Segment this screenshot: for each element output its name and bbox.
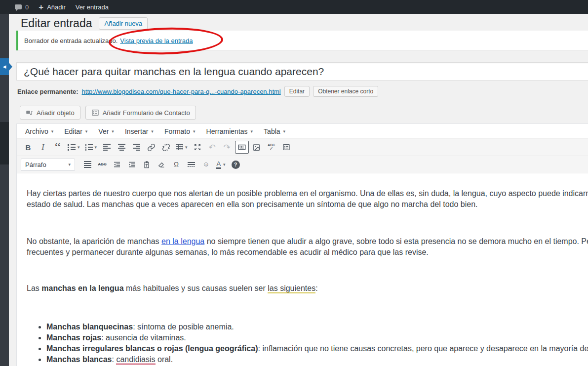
menu-herramientas[interactable]: Herramientas▾ — [201, 127, 259, 135]
paste-text-button[interactable] — [140, 158, 154, 171]
menu-insertar[interactable]: Insertar▾ — [119, 127, 159, 135]
editor-toolbar-2: Párrafo▾ABCΩ☺A▾? — [17, 156, 588, 173]
align-left-button[interactable] — [100, 141, 114, 154]
preview-post-link[interactable]: Vista previa de la entrada — [120, 37, 193, 44]
menu-ver[interactable]: Ver▾ — [93, 127, 119, 135]
outdent-icon — [113, 161, 121, 168]
add-media-button[interactable]: Añadir objeto — [20, 106, 80, 120]
read-more-button[interactable] — [184, 158, 198, 171]
fullscreen-button[interactable] — [191, 141, 204, 154]
get-shortlink-button[interactable]: Obtener enlace corto — [313, 86, 378, 97]
bold-icon: B — [26, 144, 31, 151]
contact-form-icon — [91, 109, 99, 117]
spellcheck-icon: ABC — [268, 143, 275, 151]
content-link-candidiasis[interactable]: candidiasis — [116, 355, 155, 365]
justify-button[interactable] — [80, 158, 94, 171]
text-color-icon: A — [216, 161, 221, 169]
notice-message: Borrador de entrada actualizado. — [24, 37, 118, 44]
view-post-adminbar-item[interactable]: Ver entrada — [76, 3, 109, 11]
contact-form-button[interactable] — [279, 141, 293, 154]
menu-tabla[interactable]: Tabla▾ — [258, 127, 291, 135]
chevron-down-icon: ▾ — [78, 145, 80, 150]
edit-post-screen: Editar entrada Añadir nueva Borrador de … — [9, 14, 588, 366]
chevron-down-icon: ▾ — [68, 162, 71, 167]
post-title-input[interactable] — [16, 62, 588, 81]
table-button[interactable]: ▾ — [174, 141, 190, 154]
editor-toolbar-1: BI“▾▾▾↶↷ABC — [17, 139, 588, 156]
outdent-button[interactable] — [110, 158, 124, 171]
permalink-url[interactable]: http://www.blogodisea.com/que-hacer-para… — [82, 88, 281, 95]
align-left-icon — [103, 144, 111, 151]
new-content-adminbar-item[interactable]: + Añadir — [39, 3, 66, 11]
text-color-button[interactable]: A▾ — [214, 158, 228, 171]
help-icon: ? — [232, 161, 240, 169]
link-button[interactable] — [144, 141, 158, 154]
list-item: Manchas irregulares blancas o rojas (len… — [46, 343, 588, 354]
align-center-button[interactable] — [115, 141, 128, 154]
indent-button[interactable] — [125, 158, 139, 171]
special-char-icon: Ω — [174, 161, 179, 167]
editor-content[interactable]: Hay ciertas partes de nuestro cuerpo que… — [17, 173, 588, 366]
content-link-las-siguientes[interactable]: las siguientes — [268, 284, 315, 293]
edit-permalink-button[interactable]: Editar — [284, 86, 310, 97]
menu-formato[interactable]: Formato▾ — [159, 127, 201, 135]
page-title: Editar entrada — [21, 17, 92, 30]
menu-archivo[interactable]: Archivo▾ — [20, 127, 59, 135]
sidebar-dark-section — [0, 122, 9, 164]
numbered-list-button[interactable]: ▾ — [83, 141, 99, 154]
collapse-menu-button[interactable]: ◀ — [0, 58, 9, 75]
contact-form-icon — [282, 143, 290, 151]
comments-adminbar-item[interactable]: 0 — [15, 3, 29, 11]
add-contact-form-button[interactable]: Añadir Formulario de Contacto — [85, 106, 196, 120]
strikethrough-icon: ABC — [98, 163, 106, 166]
help-button[interactable]: ? — [229, 158, 242, 171]
chevron-down-icon: ▾ — [251, 129, 253, 134]
toolbar-toggle-button[interactable] — [235, 141, 249, 154]
justify-icon — [84, 161, 91, 168]
comment-icon — [15, 4, 22, 9]
add-new-button[interactable]: Añadir nueva — [99, 17, 148, 30]
list-item: Manchas blancas: candidiasis oral. — [46, 354, 588, 365]
align-right-icon — [133, 144, 140, 151]
unlink-button[interactable] — [159, 141, 173, 154]
editor-menubar: Archivo▾Editar▾Ver▾Insertar▾Formato▾Herr… — [17, 124, 588, 139]
italic-icon: I — [41, 143, 44, 151]
image-icon — [252, 143, 261, 152]
plus-icon: + — [39, 3, 43, 11]
remove-format-button[interactable] — [155, 158, 168, 171]
chevron-down-icon: ▾ — [193, 129, 196, 134]
read-more-icon — [188, 162, 195, 167]
chevron-down-icon: ▾ — [185, 145, 188, 150]
strikethrough-button[interactable]: ABC — [95, 158, 109, 171]
bold-button[interactable]: B — [21, 141, 35, 154]
redo-button[interactable]: ↷ — [220, 141, 234, 154]
view-post-label: Ver entrada — [76, 3, 109, 11]
italic-button[interactable]: I — [36, 141, 50, 154]
content-link-en-la-lengua[interactable]: en la lengua — [161, 237, 204, 245]
permalink-label: Enlace permanente: — [17, 88, 78, 95]
visual-editor: Archivo▾Editar▾Ver▾Insertar▾Formato▾Herr… — [16, 123, 588, 366]
chevron-down-icon: ▾ — [151, 129, 154, 134]
smiley-icon: ☺ — [202, 161, 209, 167]
smiley-button[interactable]: ☺ — [199, 158, 213, 171]
media-icon — [26, 109, 33, 117]
spellcheck-button[interactable]: ABC — [265, 141, 278, 154]
undo-button[interactable]: ↶ — [205, 141, 219, 154]
format-select[interactable]: Párrafo▾ — [21, 159, 75, 171]
admin-bar: 0 + Añadir Ver entrada — [0, 0, 588, 14]
bullet-list-button[interactable]: ▾ — [66, 141, 82, 154]
image-button[interactable] — [250, 141, 264, 154]
remove-format-icon — [157, 161, 165, 168]
blockquote-icon: “ — [55, 144, 61, 151]
fullscreen-icon — [194, 143, 201, 151]
menu-editar[interactable]: Editar▾ — [59, 127, 93, 135]
special-char-button[interactable]: Ω — [169, 158, 183, 171]
align-right-button[interactable] — [129, 141, 143, 154]
blockquote-button[interactable]: “ — [51, 141, 65, 154]
unlink-icon — [162, 143, 170, 152]
chevron-down-icon: ▾ — [95, 145, 97, 150]
align-center-icon — [118, 144, 125, 151]
list-item: Manchas blanquecinas: síntoma de posible… — [46, 322, 588, 332]
causes-list: Manchas blanquecinas: síntoma de posible… — [27, 322, 588, 366]
chevron-down-icon: ▾ — [283, 129, 286, 134]
